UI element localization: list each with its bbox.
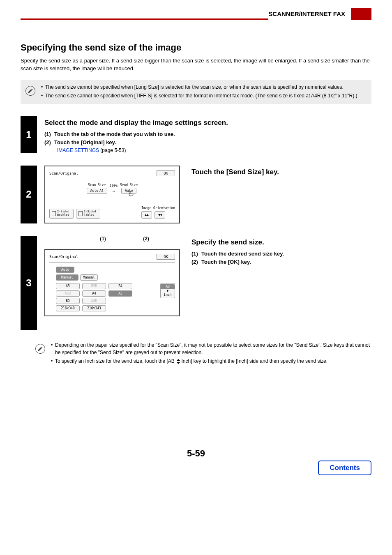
scan-size-label: Scan Size bbox=[87, 183, 107, 187]
orientation-label: Image Orientation bbox=[141, 206, 175, 210]
step-2: 2 Scan/Original OK Scan Size Auto A4 bbox=[21, 166, 371, 223]
page-title: Specifying the send size of the image bbox=[21, 42, 371, 53]
page-header: SCANNER/INTERNET FAX bbox=[21, 8, 371, 20]
callout-line bbox=[103, 242, 103, 248]
substep-text: Touch the [OK] key. bbox=[201, 259, 251, 265]
step-title: Touch the [Send Size] key. bbox=[191, 168, 279, 176]
step-title: Specify the send size. bbox=[191, 238, 284, 246]
callout-label: (1) bbox=[100, 236, 106, 242]
manual-tab-2[interactable]: Manual bbox=[80, 274, 98, 281]
page-number: 5-59 bbox=[21, 448, 371, 459]
header-tab-marker bbox=[351, 8, 371, 20]
substep: (1)Touch the tab of the mode that you wi… bbox=[44, 131, 371, 137]
pencil-icon bbox=[25, 86, 35, 96]
size-b4-button[interactable]: B4 bbox=[108, 283, 132, 289]
substep-text: Touch the [Original] key. bbox=[54, 139, 116, 145]
arrow-right-icon: → bbox=[112, 189, 115, 193]
substep: (2)Touch the [OK] key. bbox=[191, 259, 284, 265]
up-down-icon bbox=[176, 359, 180, 364]
substep: (1)Touch the desired send size key. bbox=[191, 251, 284, 257]
contents-button[interactable]: Contents bbox=[318, 461, 371, 475]
substep-num: (2) bbox=[44, 139, 54, 145]
top-note-item: The send size cannot be specified when [… bbox=[41, 92, 357, 99]
step3-note-item: To specify an Inch size for the send siz… bbox=[51, 357, 371, 365]
size-a4-button[interactable]: A4 bbox=[82, 290, 106, 297]
header-title: SCANNER/INTERNET FAX bbox=[268, 10, 351, 20]
ratio-label: 100% bbox=[110, 184, 118, 188]
hand-cursor-icon bbox=[127, 191, 135, 198]
tablet-label: 2-Sided Tablet bbox=[84, 210, 98, 216]
scan-original-panel: Scan/Original OK Scan Size Auto A4 100% … bbox=[44, 166, 180, 223]
link-page-ref: (page 5-53) bbox=[99, 147, 126, 153]
step-number: 2 bbox=[21, 166, 37, 223]
booklet-label: 2-Sided Booklet bbox=[57, 210, 71, 216]
two-sided-tablet-button[interactable]: 2-Sided Tablet bbox=[76, 209, 100, 218]
send-size-label: Send Size bbox=[120, 183, 138, 187]
size-216x340-button[interactable]: 216x340 bbox=[56, 305, 80, 311]
substep-num: (1) bbox=[44, 131, 54, 137]
size-a3-button[interactable]: A3 bbox=[108, 290, 132, 297]
auto-tab[interactable]: Auto bbox=[56, 267, 74, 273]
panel-breadcrumb: Scan/Original bbox=[49, 255, 78, 259]
inch-label: Inch bbox=[161, 292, 175, 297]
substep-num: (2) bbox=[191, 259, 201, 265]
header-rule bbox=[21, 18, 268, 20]
scan-auto-value: Auto bbox=[90, 189, 98, 193]
top-note-item: The send size cannot be specified when [… bbox=[41, 83, 357, 91]
two-sided-booklet-button[interactable]: 2-Sided Booklet bbox=[49, 209, 74, 218]
size-a5-button[interactable]: A5 bbox=[56, 283, 80, 289]
top-note-box: The send size cannot be specified when [… bbox=[21, 80, 371, 104]
scan-size-value: A4 bbox=[99, 189, 104, 193]
size-b5r-button[interactable]: B5R bbox=[82, 283, 106, 289]
booklet-icon bbox=[52, 211, 56, 216]
step-number: 1 bbox=[21, 116, 37, 153]
size-b5-button[interactable]: B5 bbox=[56, 298, 80, 304]
size-216x343-button[interactable]: 216x343 bbox=[82, 305, 106, 311]
pencil-icon bbox=[35, 344, 45, 354]
callout-label: (2) bbox=[143, 236, 149, 242]
size-a5r-button[interactable]: A5R bbox=[56, 290, 80, 297]
top-note-content: The send size cannot be specified when [… bbox=[41, 83, 357, 101]
note-text-post: Inch] key to highlight the [Inch] side a… bbox=[182, 358, 328, 364]
image-settings-link[interactable]: IMAGE SETTINGS bbox=[57, 147, 99, 153]
orientation-landscape-button[interactable]: ◀◀ bbox=[154, 211, 165, 219]
ab-inch-toggle[interactable]: AB ◆ Inch bbox=[160, 283, 175, 298]
callout-line bbox=[146, 242, 146, 248]
ab-label: AB bbox=[161, 284, 175, 289]
substep-num: (1) bbox=[191, 251, 201, 257]
panel-breadcrumb: Scan/Original bbox=[49, 171, 78, 175]
step-title: Select the mode and display the image se… bbox=[44, 119, 371, 127]
dashed-divider bbox=[21, 337, 371, 337]
note-text-pre: To specify an Inch size for the send siz… bbox=[55, 358, 175, 364]
manual-tab[interactable]: Manual bbox=[56, 274, 78, 281]
substep: (2)Touch the [Original] key. bbox=[44, 139, 371, 145]
ok-button[interactable]: OK bbox=[157, 170, 175, 176]
substep-text: Touch the tab of the mode that you wish … bbox=[54, 131, 175, 137]
step-number: 3 bbox=[21, 236, 37, 330]
size-a4r-button[interactable]: A4R bbox=[82, 298, 106, 304]
orientation-portrait-button[interactable]: ▲▲ bbox=[141, 211, 152, 219]
send-size-panel: Scan/Original OK Auto Manual Manual bbox=[44, 249, 180, 316]
scan-size-button[interactable]: Auto A4 bbox=[87, 188, 107, 194]
step3-note-item: Depending on the paper size specified fo… bbox=[51, 341, 371, 356]
step-1: 1 Select the mode and display the image … bbox=[21, 116, 371, 153]
intro-text: Specify the send size as a paper size. I… bbox=[21, 57, 371, 73]
substep-text: Touch the desired send size key. bbox=[201, 251, 284, 257]
step-3: 3 (1) (2) Scan/Orig bbox=[21, 236, 371, 366]
ok-button[interactable]: OK bbox=[157, 254, 175, 260]
tablet-icon bbox=[78, 211, 83, 216]
